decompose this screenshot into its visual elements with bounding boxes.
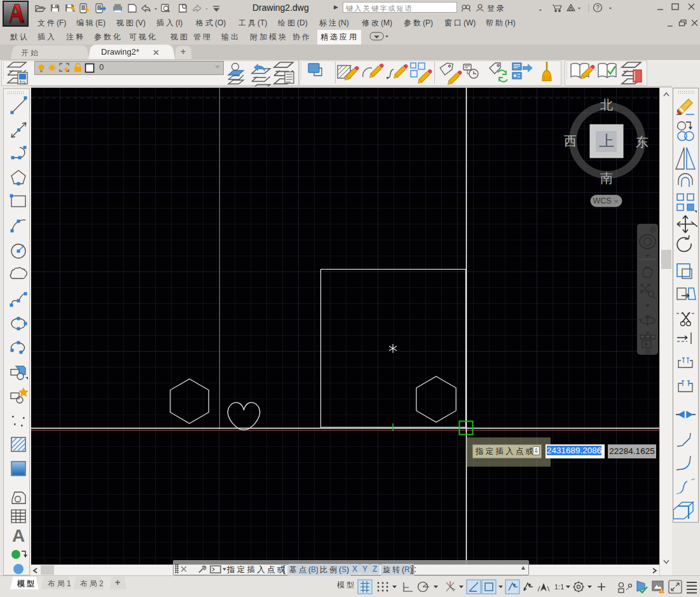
svg-text:北: 北 [600,98,613,112]
svg-text:东: 东 [636,135,649,149]
svg-text:西: 西 [564,134,577,148]
svg-text:南: 南 [600,171,613,185]
svg-text:WCS: WCS [593,196,611,205]
svg-text:?: ? [596,4,600,11]
svg-text:0: 0 [99,62,104,72]
svg-text:上: 上 [599,132,614,149]
svg-text:1:1: 1:1 [554,583,564,591]
svg-text:!: ! [661,589,662,593]
svg-text:A: A [12,526,25,546]
